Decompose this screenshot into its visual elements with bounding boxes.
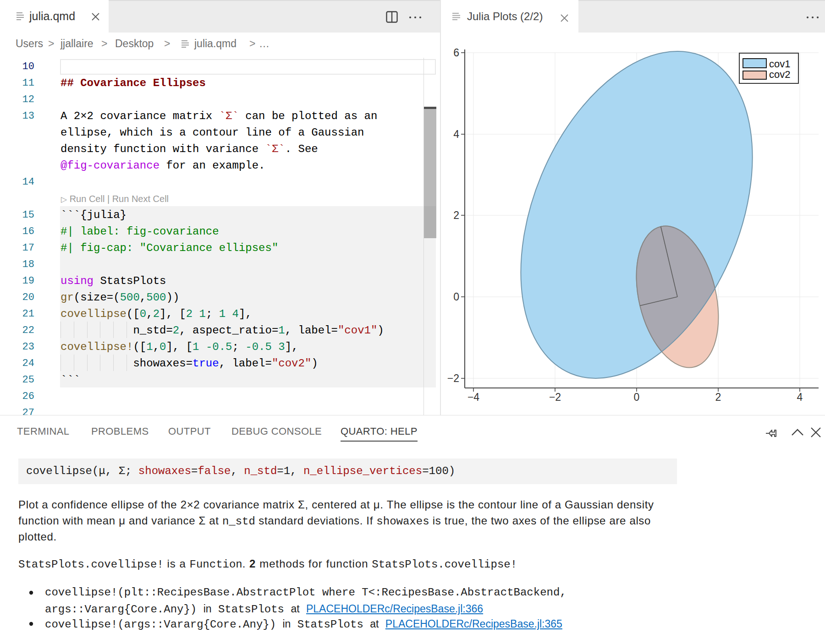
svg-text:4: 4 [453, 128, 459, 140]
svg-text:6: 6 [453, 47, 459, 59]
svg-text:−4: −4 [468, 391, 479, 403]
svg-text:cov1: cov1 [769, 58, 790, 70]
svg-text:−2: −2 [549, 391, 561, 403]
svg-text:0: 0 [634, 391, 640, 403]
svg-text:4: 4 [797, 391, 803, 403]
svg-text:cov2: cov2 [769, 69, 790, 80]
svg-text:2: 2 [715, 391, 721, 403]
svg-text:0: 0 [453, 291, 459, 303]
svg-text:2: 2 [453, 209, 459, 221]
svg-text:−2: −2 [447, 372, 459, 384]
